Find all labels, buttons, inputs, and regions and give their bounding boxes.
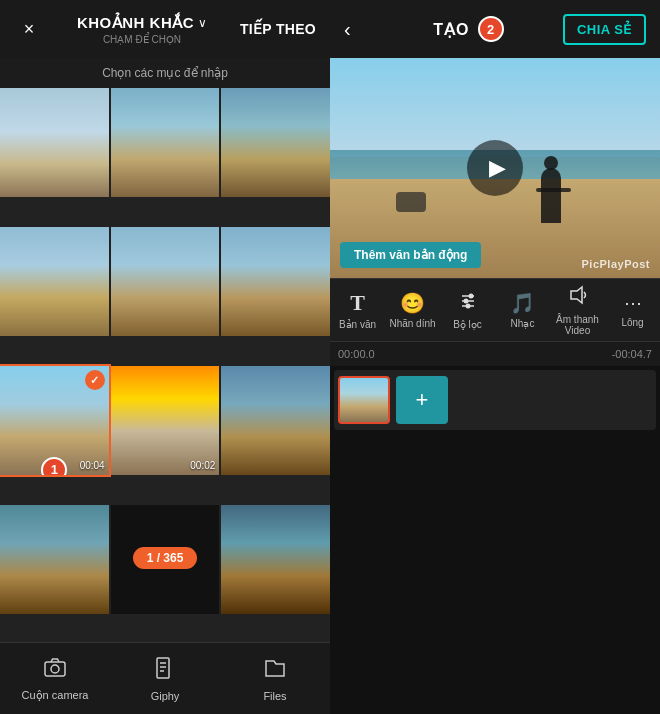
left-footer: Cuộn camera Giphy Files — [0, 642, 330, 714]
list-item[interactable] — [221, 366, 330, 475]
sticker-tool-icon: 😊 — [400, 291, 425, 315]
tools-bar: T Bản văn 😊 Nhãn dính Bộ lọc 🎵 Nhạ — [330, 278, 660, 342]
title-row: KHOẢNH KHẮC ∨ — [77, 14, 207, 32]
photo-thumb — [111, 227, 220, 336]
scene-bike — [396, 192, 426, 212]
select-hint: Chọn các mục để nhập — [0, 58, 330, 88]
page-title: TẠO — [433, 20, 469, 39]
text-tool-icon: T — [350, 290, 365, 316]
add-text-button[interactable]: Thêm văn bản động — [340, 242, 481, 268]
tool-text[interactable]: T Bản văn — [330, 290, 385, 330]
timeline-time-bar: 00:00.0 -00:04.7 — [330, 342, 660, 366]
photo-thumb — [0, 88, 109, 197]
files-icon — [263, 656, 287, 686]
svg-point-1 — [51, 665, 59, 673]
tool-more[interactable]: ⋯ Lông — [605, 292, 660, 328]
list-item[interactable]: ✓ 00:04 1 — [0, 366, 109, 475]
back-button[interactable]: ‹ — [344, 18, 374, 41]
add-icon: + — [416, 387, 429, 413]
svg-point-11 — [465, 303, 470, 308]
photo-thumb — [221, 88, 330, 197]
music-tool-icon: 🎵 — [510, 291, 535, 315]
add-clip-button[interactable]: + — [396, 376, 448, 424]
right-panel: ‹ TẠO 2 CHIA SẺ ▶ Thêm văn bản động PicP… — [330, 0, 660, 714]
play-button[interactable]: ▶ — [467, 140, 523, 196]
left-header-center: KHOẢNH KHẮC ∨ CHẠM ĐỂ CHỌN — [77, 14, 207, 45]
svg-rect-0 — [45, 662, 65, 676]
list-item[interactable] — [221, 505, 330, 614]
tool-more-label: Lông — [621, 317, 643, 328]
svg-marker-12 — [571, 287, 582, 303]
filter-tool-icon — [458, 291, 478, 316]
tab-giphy-label: Giphy — [151, 690, 180, 702]
audio-tool-icon — [567, 284, 589, 311]
step-2-badge: 2 — [478, 16, 504, 42]
scene-figure — [541, 168, 561, 223]
tool-music-label: Nhạc — [511, 318, 535, 329]
video-preview[interactable]: ▶ Thêm văn bản động PicPlayPost — [330, 58, 660, 278]
svg-point-7 — [463, 298, 468, 303]
timeline-end-time: -00:04.7 — [612, 348, 652, 360]
chevron-down-icon[interactable]: ∨ — [198, 16, 207, 30]
selected-check-icon: ✓ — [85, 370, 105, 390]
more-tool-icon: ⋯ — [624, 292, 642, 314]
photo-duration: 00:02 — [190, 460, 215, 471]
close-button[interactable]: × — [14, 19, 44, 40]
tab-giphy[interactable]: Giphy — [110, 656, 220, 702]
list-item[interactable] — [0, 505, 109, 614]
photo-counter: 1 / 365 — [133, 547, 198, 569]
giphy-icon — [153, 656, 177, 686]
left-header: × KHOẢNH KHẮC ∨ CHẠM ĐỂ CHỌN TIẾP THEO — [0, 0, 330, 58]
list-item[interactable]: 00:02 — [111, 366, 220, 475]
right-header: ‹ TẠO 2 CHIA SẺ — [330, 0, 660, 58]
tool-sticker[interactable]: 😊 Nhãn dính — [385, 291, 440, 329]
list-item[interactable] — [0, 88, 109, 197]
list-item[interactable] — [221, 88, 330, 197]
tool-filter[interactable]: Bộ lọc — [440, 291, 495, 330]
share-button[interactable]: CHIA SẺ — [563, 14, 646, 45]
next-button[interactable]: TIẾP THEO — [240, 21, 316, 37]
photo-thumb — [111, 88, 220, 197]
photo-thumb — [0, 227, 109, 336]
clip-thumbnail-1[interactable] — [338, 376, 390, 424]
photo-grid: ✓ 00:04 1 00:02 1 / 365 — [0, 88, 330, 642]
list-item[interactable] — [111, 88, 220, 197]
watermark: PicPlayPost — [582, 258, 650, 270]
tool-filter-label: Bộ lọc — [453, 319, 482, 330]
left-panel: × KHOẢNH KHẮC ∨ CHẠM ĐỂ CHỌN TIẾP THEO C… — [0, 0, 330, 714]
photo-thumb — [111, 366, 220, 475]
svg-rect-2 — [157, 658, 169, 678]
tool-sticker-label: Nhãn dính — [389, 318, 435, 329]
list-item[interactable] — [111, 227, 220, 336]
tool-music[interactable]: 🎵 Nhạc — [495, 291, 550, 329]
photo-thumb — [221, 505, 330, 614]
photo-duration: 00:04 — [80, 460, 105, 471]
timeline-start-time: 00:00.0 — [338, 348, 375, 360]
tab-camera[interactable]: Cuộn camera — [0, 655, 110, 702]
right-header-center: TẠO 2 — [433, 16, 503, 42]
tab-files[interactable]: Files — [220, 656, 330, 702]
tool-text-label: Bản văn — [339, 319, 376, 330]
album-title: KHOẢNH KHẮC — [77, 14, 194, 32]
album-subtitle: CHẠM ĐỂ CHỌN — [103, 34, 181, 45]
tab-camera-label: Cuộn camera — [22, 689, 89, 702]
list-item[interactable]: 1 / 365 — [111, 505, 220, 614]
photo-thumb — [0, 505, 109, 614]
scene-arms — [536, 188, 571, 192]
photo-thumb — [221, 227, 330, 336]
list-item[interactable] — [221, 227, 330, 336]
play-icon: ▶ — [489, 155, 506, 181]
timeline-section: 00:00.0 -00:04.7 + — [330, 342, 660, 714]
photo-thumb — [221, 366, 330, 475]
svg-point-9 — [468, 293, 473, 298]
tool-audio-label: Âm thanh Video — [550, 314, 605, 336]
tool-audio[interactable]: Âm thanh Video — [550, 284, 605, 336]
camera-icon — [43, 655, 67, 685]
tab-files-label: Files — [263, 690, 286, 702]
timeline-track[interactable]: + — [334, 370, 656, 430]
list-item[interactable] — [0, 227, 109, 336]
